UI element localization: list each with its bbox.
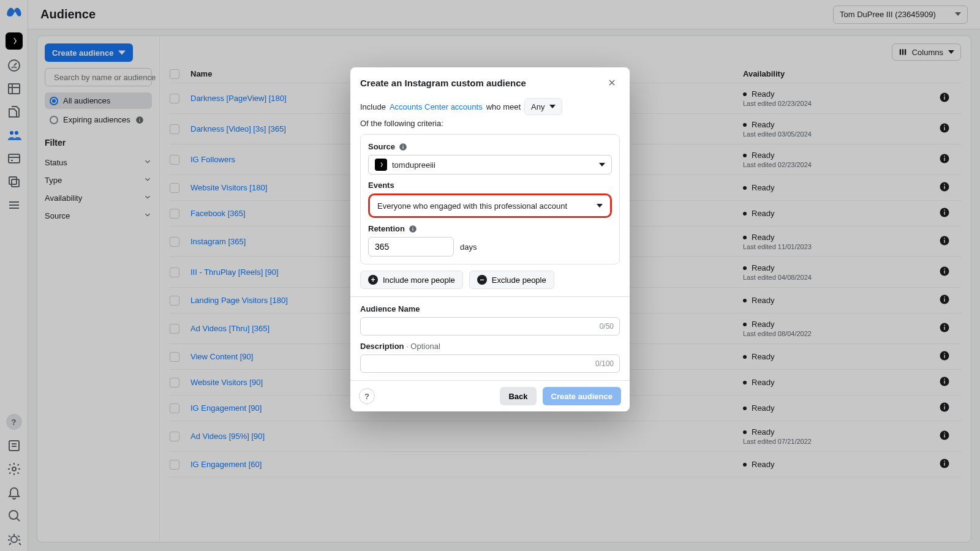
info-icon (409, 225, 417, 233)
match-label: Any (531, 102, 545, 111)
close-button[interactable] (604, 75, 620, 91)
svg-rect-64 (412, 228, 413, 230)
retention-unit: days (460, 242, 477, 252)
retention-input[interactable] (368, 237, 454, 257)
chevron-down-icon (597, 201, 603, 211)
include-suffix: who meet (486, 102, 521, 111)
include-more-label: Include more people (383, 276, 455, 285)
match-any-all-select[interactable]: Any (524, 98, 562, 115)
modal-title: Create an Instagram custom audience (360, 78, 526, 88)
svg-rect-65 (412, 227, 413, 227)
info-icon (399, 143, 407, 151)
svg-rect-61 (402, 146, 403, 148)
divider (350, 296, 630, 297)
retention-label-text: Retention (368, 224, 405, 233)
events-value: Everyone who engaged with this professio… (377, 201, 567, 211)
close-icon (608, 78, 616, 87)
accounts-center-link[interactable]: Accounts Center accounts (390, 102, 483, 111)
source-label: Source (368, 142, 612, 151)
source-avatar-icon (375, 159, 387, 171)
source-label-text: Source (368, 142, 395, 151)
audience-name-label: Audience Name (360, 304, 620, 313)
modal-header: Create an Instagram custom audience (350, 67, 630, 94)
criteria-card: Source tomdupreeiii Events (360, 134, 620, 264)
help-button[interactable]: ? (359, 388, 375, 404)
modal-body: Include Accounts Center accounts who mee… (350, 94, 630, 380)
include-prefix: Include (360, 102, 386, 111)
description-label: Description · Optional (360, 342, 620, 351)
include-more-button[interactable]: + Include more people (360, 271, 463, 289)
retention-label: Retention (368, 224, 612, 233)
plus-circle-icon: + (368, 275, 378, 285)
back-button[interactable]: Back (500, 387, 536, 405)
minus-circle-icon: − (477, 275, 487, 285)
include-criteria-row: Include Accounts Center accounts who mee… (360, 98, 620, 128)
audience-name-input[interactable] (360, 317, 620, 335)
modal-footer: ? Back Create audience (350, 380, 630, 411)
source-select[interactable]: tomdupreeiii (368, 155, 612, 174)
create-audience-submit-button[interactable]: Create audience (543, 387, 621, 405)
exclude-button[interactable]: − Exclude people (469, 271, 554, 289)
svg-rect-62 (402, 144, 403, 145)
description-input[interactable] (360, 354, 620, 373)
include-exclude-row: + Include more people − Exclude people (360, 271, 620, 289)
source-value: tomdupreeiii (392, 160, 435, 170)
events-select[interactable]: Everyone who engaged with this professio… (371, 197, 609, 215)
exclude-label: Exclude people (492, 276, 546, 285)
modal-overlay: Create an Instagram custom audience Incl… (0, 0, 980, 551)
criteria-suffix: Of the following criteria: (360, 119, 443, 128)
events-label: Events (368, 181, 612, 190)
create-instagram-audience-modal: Create an Instagram custom audience Incl… (350, 67, 630, 411)
chevron-down-icon (599, 160, 605, 170)
description-optional: · Optional (404, 342, 440, 351)
chevron-down-icon (549, 102, 556, 111)
events-select-highlight: Everyone who engaged with this professio… (368, 193, 612, 218)
description-label-text: Description (360, 342, 404, 351)
